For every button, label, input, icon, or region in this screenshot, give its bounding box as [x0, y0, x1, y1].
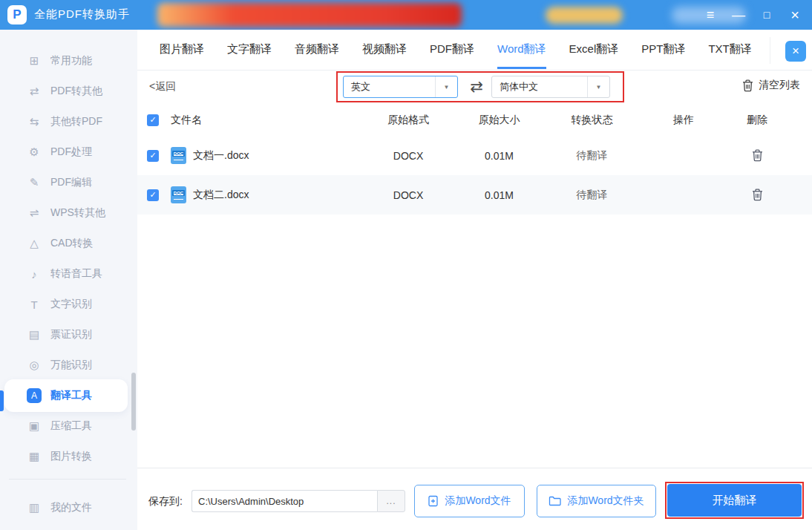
- row-checkbox[interactable]: ✓: [147, 189, 159, 201]
- file-format: DOCX: [375, 189, 442, 201]
- sidebar-item-pdf-processing[interactable]: ⚙ PDF处理: [0, 137, 137, 167]
- sidebar-divider: [9, 479, 126, 480]
- sidebar-item-label: PDF处理: [50, 145, 92, 159]
- sidebar-item-label: 票证识别: [50, 328, 92, 341]
- sidebar-item-universal-ocr[interactable]: ◎ 万能识别: [0, 350, 137, 380]
- sidebar-item-other-to-pdf[interactable]: ⇆ 其他转PDF: [0, 107, 137, 137]
- translate-tool-icon: A: [27, 388, 42, 403]
- header-status: 转换状态: [557, 114, 627, 127]
- sidebar-item-wps-to-other[interactable]: ⇌ WPS转其他: [0, 198, 137, 228]
- add-word-file-label: 添加Word文件: [445, 494, 511, 508]
- pdf-processing-icon: ⚙: [27, 145, 42, 160]
- titlebar: P 全能PDF转换助手 ≡ — □ ×: [0, 0, 812, 30]
- maximize-button[interactable]: □: [754, 0, 779, 30]
- other-to-pdf-icon: ⇆: [27, 114, 42, 129]
- close-button[interactable]: ×: [782, 0, 808, 30]
- pdf-to-other-icon: ⇄: [27, 84, 42, 99]
- app-logo-icon: P: [7, 5, 27, 24]
- header-action: 操作: [627, 114, 740, 127]
- sidebar-item-image-convert[interactable]: ▦ 图片转换: [0, 442, 137, 471]
- file-status: 待翻译: [557, 149, 627, 163]
- sidebar-item-to-speech[interactable]: ♪ 转语音工具: [0, 259, 137, 289]
- add-word-folder-button[interactable]: 添加Word文件夹: [537, 485, 656, 517]
- cad-convert-icon: △: [27, 236, 42, 251]
- sidebar-item-common-functions[interactable]: ⊞ 常用功能: [0, 46, 137, 76]
- clear-list-button[interactable]: 清空列表: [742, 79, 800, 92]
- tab-bar: 图片翻译 文字翻译 音频翻译 视频翻译 PDF翻译 Word翻译 Excel翻译…: [137, 30, 812, 71]
- file-plus-icon: [428, 495, 439, 507]
- save-path-input[interactable]: [191, 490, 377, 512]
- header-delete: 删除: [740, 114, 774, 127]
- target-language-value: 简体中文: [492, 80, 587, 94]
- word-file-icon: DOC: [171, 147, 186, 164]
- folder-plus-icon: [549, 496, 561, 506]
- file-size: 0.01M: [442, 150, 557, 162]
- start-translate-button[interactable]: 开始翻译: [667, 484, 802, 517]
- close-panel-button[interactable]: ×: [785, 41, 806, 62]
- sidebar-item-label: CAD转换: [50, 237, 94, 250]
- select-all-checkbox[interactable]: ✓: [147, 114, 159, 126]
- ticket-ocr-icon: ▤: [27, 327, 42, 342]
- tab-ppt-translate[interactable]: PPT翻译: [641, 30, 685, 69]
- sidebar-item-label: 图片转换: [50, 450, 92, 463]
- tab-excel-translate[interactable]: Excel翻译: [569, 30, 619, 69]
- sidebar-scrollbar[interactable]: [131, 373, 136, 431]
- trash-icon: [742, 79, 753, 92]
- back-button[interactable]: <返回: [149, 80, 176, 94]
- tab-text-translate[interactable]: 文字翻译: [227, 30, 272, 69]
- source-language-select[interactable]: 英文 ▼: [343, 76, 458, 98]
- file-status: 待翻译: [557, 189, 627, 202]
- sidebar-item-translate-tool[interactable]: A 翻译工具: [0, 381, 137, 410]
- sidebar-item-ticket-ocr[interactable]: ▤ 票证识别: [0, 320, 137, 350]
- sidebar-item-compress-tool[interactable]: ▣ 压缩工具: [0, 411, 137, 441]
- menu-icon[interactable]: ≡: [698, 0, 723, 30]
- sidebar-item-label: 常用功能: [50, 54, 92, 68]
- target-language-select[interactable]: 简体中文 ▼: [491, 76, 610, 98]
- sidebar-item-pdf-to-other[interactable]: ⇄ PDF转其他: [0, 76, 137, 106]
- chevron-down-icon[interactable]: ▼: [435, 76, 457, 97]
- tab-audio-translate[interactable]: 音频翻译: [295, 30, 339, 69]
- compress-tool-icon: ▣: [27, 419, 42, 434]
- browse-path-button[interactable]: ...: [377, 490, 405, 512]
- sidebar-item-my-files[interactable]: ▥ 我的文件: [0, 493, 137, 523]
- footer-divider: [137, 468, 812, 468]
- wps-to-other-icon: ⇌: [27, 206, 42, 220]
- tabbar-divider: [770, 37, 770, 64]
- promo-banner-blurred[interactable]: [157, 3, 462, 27]
- row-checkbox[interactable]: ✓: [147, 150, 159, 162]
- delete-row-icon[interactable]: [752, 149, 763, 162]
- tab-txt-translate[interactable]: TXT翻译: [708, 30, 751, 69]
- add-word-file-button[interactable]: 添加Word文件: [414, 485, 525, 517]
- sidebar-item-text-ocr[interactable]: T 文字识别: [0, 289, 137, 319]
- word-file-icon: DOC: [171, 186, 186, 203]
- sidebar-item-cad-convert[interactable]: △ CAD转换: [0, 229, 137, 258]
- sidebar-item-label: 转语音工具: [50, 267, 102, 281]
- to-speech-icon: ♪: [27, 266, 42, 281]
- header-size: 原始大小: [442, 114, 557, 127]
- minimize-button[interactable]: —: [726, 0, 751, 30]
- delete-row-icon[interactable]: [752, 189, 763, 201]
- common-functions-icon: ⊞: [27, 53, 42, 68]
- vip-badge-blurred[interactable]: [546, 7, 623, 24]
- sidebar-item-label: 翻译工具: [50, 389, 92, 402]
- universal-ocr-icon: ◎: [27, 358, 42, 373]
- tab-video-translate[interactable]: 视频翻译: [362, 30, 407, 69]
- tab-word-translate[interactable]: Word翻译: [497, 30, 546, 69]
- chevron-down-icon[interactable]: ▼: [587, 76, 609, 97]
- my-files-icon: ▥: [27, 500, 42, 515]
- table-row: ✓ DOC 文档一.docx DOCX 0.01M 待翻译: [137, 136, 812, 175]
- sidebar-item-label: 万能识别: [50, 359, 92, 372]
- active-indicator-bar: [0, 390, 4, 411]
- file-name: 文档二.docx: [193, 189, 249, 202]
- tab-pdf-translate[interactable]: PDF翻译: [430, 30, 474, 69]
- table-row: ✓ DOC 文档二.docx DOCX 0.01M 待翻译: [137, 175, 812, 215]
- text-ocr-icon: T: [27, 297, 42, 312]
- sidebar-item-label: WPS转其他: [50, 206, 105, 220]
- sidebar-item-pdf-edit[interactable]: ✎ PDF编辑: [0, 168, 137, 197]
- pdf-edit-icon: ✎: [27, 175, 42, 190]
- sidebar-item-label: 我的文件: [50, 501, 92, 514]
- clear-list-label: 清空列表: [759, 79, 800, 92]
- sidebar-item-label: PDF转其他: [50, 85, 102, 98]
- swap-languages-icon[interactable]: ⇄: [465, 76, 488, 98]
- tab-image-translate[interactable]: 图片翻译: [160, 30, 204, 69]
